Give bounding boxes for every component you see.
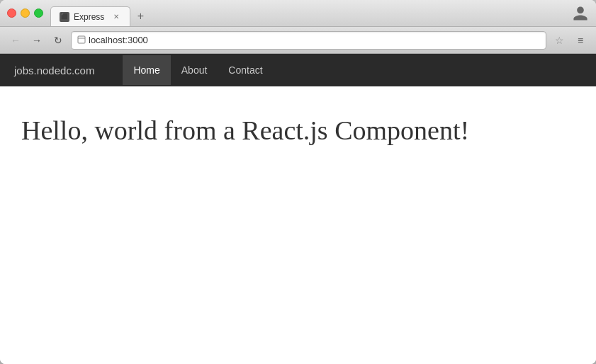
- forward-icon: →: [32, 35, 42, 46]
- site-navbar: jobs.nodedc.com Home About Contact: [0, 54, 596, 86]
- browser-window: ⬛ Express ✕ + ← → ↻: [0, 0, 596, 364]
- bookmark-icon: ☆: [555, 35, 564, 46]
- tab-title: Express: [74, 12, 104, 22]
- site-brand: jobs.nodedc.com: [14, 64, 108, 76]
- profile-icon: [572, 5, 589, 22]
- profile-area: [572, 5, 589, 22]
- new-tab-button[interactable]: +: [130, 6, 150, 26]
- tab-favicon-icon: ⬛: [60, 12, 69, 22]
- refresh-icon: ↻: [54, 35, 62, 46]
- maximize-button[interactable]: [34, 8, 43, 18]
- menu-icon: ≡: [578, 35, 583, 46]
- page-heading: Hello, world from a React.js Component!: [21, 115, 575, 146]
- site-body: Hello, world from a React.js Component!: [0, 86, 596, 364]
- nav-link-contact[interactable]: Contact: [218, 55, 273, 85]
- svg-rect-0: [78, 36, 85, 43]
- browser-tab[interactable]: ⬛ Express ✕: [50, 6, 130, 26]
- traffic-lights: [7, 8, 43, 18]
- website-content: jobs.nodedc.com Home About Contact Hello…: [0, 54, 596, 364]
- close-button[interactable]: [7, 8, 16, 18]
- nav-link-about[interactable]: About: [171, 55, 218, 85]
- refresh-button[interactable]: ↻: [50, 32, 67, 49]
- nav-link-home[interactable]: Home: [123, 55, 170, 85]
- minimize-button[interactable]: [21, 8, 30, 18]
- back-button[interactable]: ←: [7, 32, 24, 49]
- site-nav-links: Home About Contact: [123, 55, 273, 85]
- forward-button[interactable]: →: [28, 32, 45, 49]
- title-bar: ⬛ Express ✕ +: [0, 0, 596, 27]
- url-text: localhost:3000: [89, 35, 540, 45]
- tab-area: ⬛ Express ✕ +: [50, 0, 150, 26]
- bookmark-button[interactable]: ☆: [551, 32, 568, 49]
- page-icon: [77, 35, 86, 45]
- tab-close-icon[interactable]: ✕: [111, 12, 121, 22]
- menu-button[interactable]: ≡: [572, 32, 589, 49]
- toolbar: ← → ↻ localhost:3000 ☆ ≡: [0, 27, 596, 54]
- back-icon: ←: [11, 35, 21, 46]
- address-bar[interactable]: localhost:3000: [71, 31, 546, 50]
